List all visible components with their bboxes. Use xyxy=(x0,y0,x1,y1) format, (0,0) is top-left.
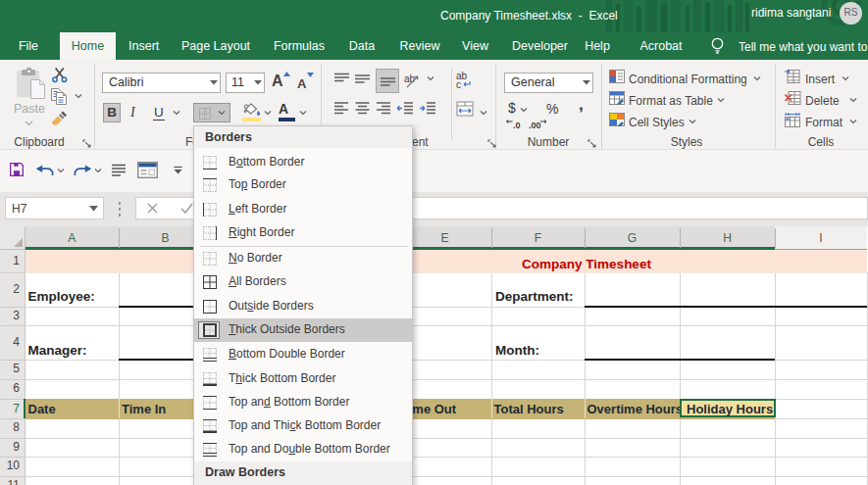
svg-text:c: c xyxy=(456,79,461,89)
svg-text:.00: .00 xyxy=(529,121,541,130)
svg-text:.0: .0 xyxy=(513,121,521,130)
svg-text:ab: ab xyxy=(404,73,416,84)
